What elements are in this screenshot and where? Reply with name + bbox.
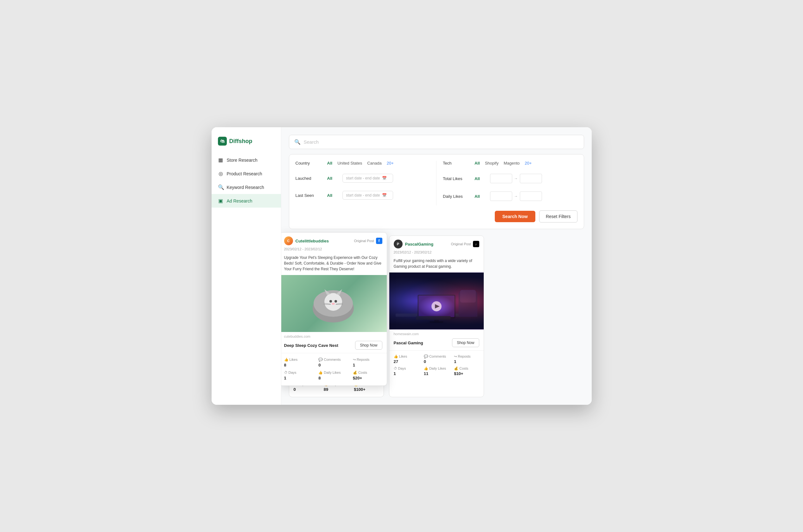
last-seen-date-input[interactable]: start date - end date 📅 [343,191,393,200]
card-header-0: C Cutelittlebuddies Original Post f [281,233,387,247]
search-placeholder: Search [304,139,319,145]
country-more[interactable]: 20+ [387,161,394,166]
original-post-2[interactable]: Original Post ♪ [451,241,479,247]
total-likes-label: Total Likes [443,176,468,181]
stats-row-2-0: ⏱ Days 1 👍 Daily Likes 8 💰 Costs $20+ [284,369,382,380]
total-likes-min[interactable] [490,174,512,183]
tech-label: Tech [443,161,468,166]
stat-days-2: ⏱ Days 1 [394,366,419,376]
floating-card: C Cutelittlebuddies Original Post f 2023… [281,232,387,386]
brand-avatar-2: P [394,240,403,248]
brand-name-0[interactable]: Cutelittlebuddies [295,239,329,243]
filter-divider [436,161,437,205]
product-name-0: Deep Sleep Cozy Cave Nest [284,343,338,348]
stat-days-0: ⏱ Days 1 [284,369,314,380]
filter-row-tech: Tech All Shopify Magento 20+ [443,161,578,166]
search-bar[interactable]: 🔍 Search [289,135,584,149]
card-domain-0: cutebuddies.com [281,332,387,340]
card-image-2 [389,272,484,329]
sidebar-label-keyword: Keyword Research [227,185,264,190]
total-likes-range: → [490,174,542,183]
filter-row-daily-likes: Daily Likes All → [443,191,578,201]
launched-all[interactable]: All [327,176,333,181]
app-logo: 🛍 Diffshop [212,134,281,153]
product-icon: ◎ [218,171,224,176]
card-desc-0: Upgrade Your Pet's Sleeping Experience w… [281,253,387,275]
tech-shopify[interactable]: Shopify [485,161,498,166]
card-stats-2: 👍 Likes 27 💬 Comments 0 ↪ Reposts 1 [389,350,484,381]
product-name-2: Pascal Gaming [394,341,423,345]
days-label-0: ⏱ Days [284,370,296,374]
action-buttons: Search Now Reset Filters [295,210,578,223]
shop-now-button-2[interactable]: Shop Now [452,338,479,347]
stat-likes-2: 👍 Likes 27 [394,354,419,364]
card-brand-2: P PascalGaming [394,240,434,248]
stat-daily-likes-2: 👍 Daily Likes 11 [424,366,449,376]
filters-panel: Country All United States Canada 20+ Lau… [289,154,584,229]
shop-now-button-0[interactable]: Shop Now [355,341,382,350]
country-options: All United States Canada 20+ [327,161,394,166]
days-label-2: ⏱ Days [394,366,406,370]
stat-daily-likes-0: 👍 Daily Likes 8 [318,369,348,380]
gaming-glow [389,272,484,329]
brand-name-2[interactable]: PascalGaming [405,242,434,247]
daily-likes-value-1: 89 [324,387,349,392]
sidebar-label-store: Store Research [227,158,257,163]
daily-likes-all[interactable]: All [475,194,480,199]
stat-reposts-0: ↪ Reposts 1 [353,356,382,367]
stats-row-1-0: 👍 Likes 8 💬 Comments 0 ↪ Reposts 1 [284,356,382,367]
likes-value-0: 8 [284,363,314,367]
sidebar-item-store-research[interactable]: ▦ Store Research [212,153,281,167]
tech-more[interactable]: 20+ [525,161,532,166]
country-us[interactable]: United States [337,161,362,166]
card-header-2: P PascalGaming Original Post ♪ [389,236,484,250]
costs-value-1: $100+ [354,387,379,392]
card-brand-0: C Cutelittlebuddies [284,236,329,245]
daily-likes-label-0: 👍 Daily Likes [318,370,341,374]
reposts-value-2: 1 [454,359,479,364]
total-likes-all[interactable]: All [475,176,480,181]
card-product-row-0: Deep Sleep Cozy Cave Nest Shop Now [281,340,387,353]
filter-row-total-likes: Total Likes All → [443,174,578,183]
cards-grid: C Cutelittlebuddies Original Post f 2023… [289,235,584,397]
likes-value-2: 27 [394,359,419,364]
tech-options: All Shopify Magento 20+ [475,161,532,166]
daily-likes-range: → [490,191,542,201]
days-value-2: 1 [394,371,419,376]
days-value-0: 1 [284,376,314,380]
reset-filters-button[interactable]: Reset Filters [539,210,578,223]
daily-likes-min[interactable] [490,191,512,201]
tiktok-icon-2: ♪ [473,241,479,247]
filters-left: Country All United States Canada 20+ Lau… [295,161,430,205]
card-domain-2: homeswain.com [389,329,484,337]
svg-point-7 [332,303,335,305]
total-likes-max[interactable] [520,174,542,183]
tech-all[interactable]: All [475,161,480,166]
search-now-button[interactable]: Search Now [495,211,535,222]
original-post-label-2: Original Post [451,242,471,246]
filter-row-country: Country All United States Canada 20+ [295,161,430,166]
card-image-0 [281,275,387,332]
cat-svg [311,283,355,324]
browser-window: 🛍 Diffshop ▦ Store Research ◎ Product Re… [212,127,592,405]
store-icon: ▦ [218,157,224,163]
tech-magento[interactable]: Magento [504,161,520,166]
last-seen-all[interactable]: All [327,193,333,198]
sidebar-item-ad-research[interactable]: ▣ Ad Research [212,194,281,208]
country-canada[interactable]: Canada [367,161,382,166]
last-seen-date-placeholder: start date - end date [346,193,380,197]
reposts-label-0: ↪ Reposts [353,358,369,361]
country-all[interactable]: All [327,161,333,166]
sidebar-item-keyword-research[interactable]: 🔍 Keyword Research [212,180,281,194]
sidebar-item-product-research[interactable]: ◎ Product Research [212,167,281,180]
daily-likes-label: Daily Likes [443,194,468,199]
brand-avatar-0: C [284,236,293,245]
stat-likes-0: 👍 Likes 8 [284,356,314,367]
facebook-icon-0: f [376,238,382,244]
launched-date-input[interactable]: start date - end date 📅 [343,174,393,183]
main-content: 🔍 Search Country All United States Canad… [281,127,592,405]
original-post-0[interactable]: Original Post f [354,238,382,244]
daily-likes-max[interactable] [520,191,542,201]
stat-comments-0: 💬 Comments 0 [318,356,348,367]
comments-label-0: 💬 Comments [318,358,341,361]
